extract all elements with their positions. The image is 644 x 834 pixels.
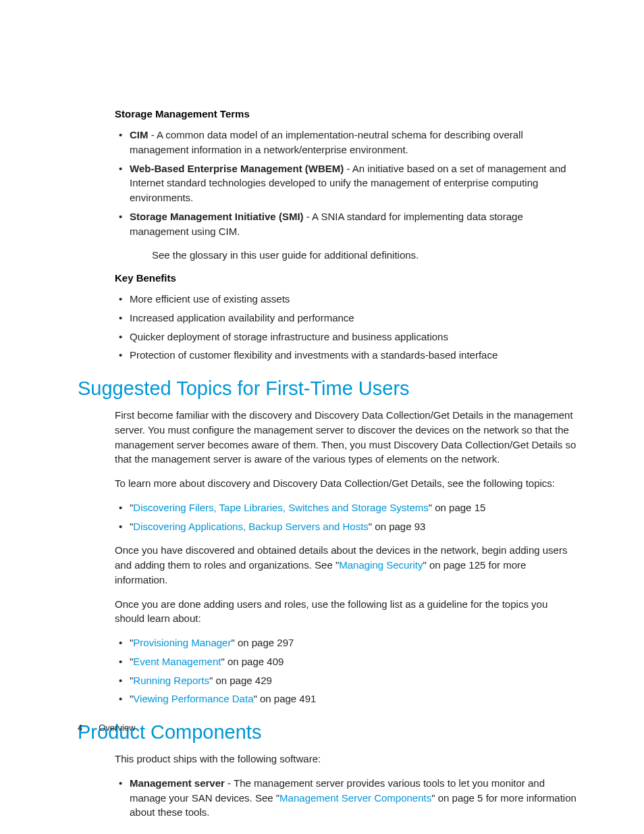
- list-item: "Running Reports" on page 429: [115, 673, 580, 688]
- quote-post: " on page 93: [369, 521, 426, 532]
- list-item: "Event Management" on page 409: [115, 654, 580, 669]
- section-heading-product-components: Product Components: [78, 721, 580, 744]
- term-desc: - A common data model of an implementati…: [130, 129, 523, 155]
- list-item: Quicker deployment of storage infrastruc…: [115, 330, 580, 344]
- list-item: Web-Based Enterprise Management (WBEM) -…: [115, 161, 580, 205]
- list-item: CIM - A common data model of an implemen…: [115, 128, 580, 157]
- components-list: Management server - The management serve…: [115, 776, 580, 820]
- chapter-name: Overview: [99, 723, 135, 733]
- section2-body: This product ships with the following so…: [115, 752, 580, 820]
- list-item: Management server - The management serve…: [115, 776, 580, 820]
- quote-post: " on page 491: [253, 693, 316, 704]
- quote-post: " on page 429: [209, 675, 272, 686]
- paragraph: Once you have discovered and obtained de…: [115, 543, 580, 587]
- list-item: "Discovering Filers, Tape Libraries, Swi…: [115, 500, 580, 515]
- link-managing-security[interactable]: Managing Security: [339, 559, 423, 571]
- list-item: "Viewing Performance Data" on page 491: [115, 692, 580, 706]
- term-name: Management server: [130, 777, 225, 789]
- paragraph: To learn more about discovery and Discov…: [115, 476, 580, 491]
- term-name: CIM: [130, 129, 149, 140]
- benefits-heading: Key Benefits: [115, 272, 580, 284]
- quote-post: " on page 409: [221, 656, 284, 667]
- list-item: Increased application availability and p…: [115, 311, 580, 325]
- link-provisioning-manager[interactable]: Provisioning Manager: [133, 637, 231, 648]
- paragraph: This product ships with the following so…: [115, 752, 580, 766]
- link-management-server-components[interactable]: Management Server Components: [279, 792, 431, 804]
- quote-post: " on page 297: [231, 637, 294, 648]
- terms-heading: Storage Management Terms: [115, 108, 580, 120]
- term-name: Web-Based Enterprise Management (WBEM): [130, 163, 344, 174]
- page-number: 4: [78, 723, 82, 733]
- link-event-management[interactable]: Event Management: [133, 656, 221, 667]
- list-item: Storage Management Initiative (SMI) - A …: [115, 209, 580, 239]
- quote-post: " on page 15: [429, 502, 486, 513]
- paragraph: Once you are done adding users and roles…: [115, 597, 580, 627]
- term-name: Storage Management Initiative (SMI): [130, 211, 304, 222]
- glossary-note: See the glossary in this user guide for …: [115, 248, 580, 263]
- link-viewing-performance-data[interactable]: Viewing Performance Data: [133, 693, 253, 704]
- list-item: More efficient use of existing assets: [115, 292, 580, 307]
- section1-body: First become familiar with the discovery…: [115, 408, 580, 706]
- benefits-list: More efficient use of existing assets In…: [115, 292, 580, 363]
- page-content: Storage Management Terms CIM - A common …: [0, 0, 644, 820]
- section-heading-suggested-topics: Suggested Topics for First-Time Users: [78, 377, 580, 400]
- link-running-reports[interactable]: Running Reports: [133, 675, 209, 686]
- link-discovering-applications[interactable]: Discovering Applications, Backup Servers…: [133, 521, 369, 532]
- topic-links-2: "Provisioning Manager" on page 297 "Even…: [115, 635, 580, 706]
- list-item: "Discovering Applications, Backup Server…: [115, 519, 580, 534]
- paragraph: First become familiar with the discovery…: [115, 408, 580, 467]
- list-item: Protection of customer flexibility and i…: [115, 348, 580, 363]
- terms-list: CIM - A common data model of an implemen…: [115, 128, 580, 238]
- topic-links-1: "Discovering Filers, Tape Libraries, Swi…: [115, 500, 580, 534]
- link-discovering-filers[interactable]: Discovering Filers, Tape Libraries, Swit…: [133, 502, 428, 513]
- list-item: "Provisioning Manager" on page 297: [115, 635, 580, 650]
- page-footer: 4Overview: [78, 723, 135, 733]
- terms-block: Storage Management Terms CIM - A common …: [115, 108, 580, 363]
